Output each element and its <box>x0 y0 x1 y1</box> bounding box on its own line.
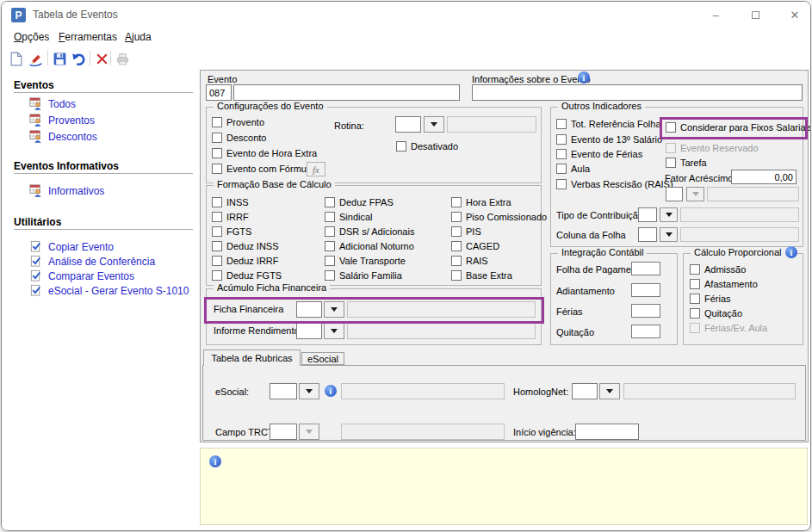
save-button[interactable] <box>51 50 68 67</box>
tab-esocial[interactable]: eSocial <box>301 352 344 365</box>
menu-ajuda[interactable]: Ajuda <box>125 31 152 43</box>
checkbox-admissao[interactable]: Admissão <box>690 264 746 275</box>
homolognet-combo-value[interactable] <box>572 383 598 399</box>
folha-pagamento-field[interactable] <box>631 262 660 275</box>
minimize-button[interactable]: – <box>701 5 730 24</box>
ferias-field[interactable] <box>631 304 660 318</box>
adiantamento-field[interactable] <box>631 283 660 297</box>
checkbox-evento-13-salario[interactable]: Evento de 13º Salário <box>556 134 662 145</box>
sidebar-item-proventos[interactable]: Proventos <box>29 114 95 127</box>
checkbox-salario-familia[interactable]: Salário Familia <box>325 270 402 281</box>
checkbox-verbas-rescisao-rais[interactable]: Verbas Rescisão (RAIS) <box>556 179 673 189</box>
maximize-button[interactable] <box>741 5 770 24</box>
minimize-icon: – <box>712 9 718 22</box>
delete-button[interactable] <box>93 50 110 67</box>
esocial-combo-value[interactable] <box>270 383 297 399</box>
checkbox-tarefa[interactable]: Tarefa <box>666 158 707 168</box>
checkbox-provento[interactable]: Provento <box>212 117 264 127</box>
checkbox-hora-extra[interactable]: Hora Extra <box>451 197 511 207</box>
print-button[interactable] <box>114 50 131 67</box>
checkbox-evento-ferias[interactable]: Evento de Férias <box>556 149 642 159</box>
checkbox-label: DSR s/ Adicionais <box>339 226 414 237</box>
tipo-contribuicao-combo-value[interactable] <box>638 207 657 222</box>
evento-name-field[interactable] <box>233 84 460 101</box>
quitacao-field[interactable] <box>631 325 660 338</box>
evento-code-field[interactable] <box>206 84 232 101</box>
checkbox-calc-ferias[interactable]: Férias <box>690 294 731 304</box>
checkbox-base-extra[interactable]: Base Extra <box>451 270 512 281</box>
checkbox-afastamento[interactable]: Afastamento <box>690 279 758 289</box>
informacoes-field[interactable] <box>472 84 803 101</box>
checkbox-dsr-adicionais[interactable]: DSR s/ Adicionais <box>325 226 414 237</box>
sidebar-item-todos[interactable]: Todos <box>29 97 76 110</box>
chevron-down-icon <box>331 329 338 333</box>
checkbox-tot-referencia-folha[interactable]: Tot. Referência Folha <box>556 119 661 129</box>
checkbox-box <box>396 141 406 152</box>
esocial-combo-button[interactable] <box>299 383 319 399</box>
checkbox-box <box>690 308 700 319</box>
sidebar-item-copiar-evento[interactable]: Copiar Evento <box>29 240 114 253</box>
info-icon[interactable]: i <box>325 385 337 397</box>
undo-button[interactable] <box>70 50 87 67</box>
menu-ferramentas[interactable]: Ferramentas <box>59 31 117 43</box>
checkbox-fgts[interactable]: FGTS <box>212 226 251 237</box>
checkbox-evento-com-formula[interactable]: Evento com Fórmula <box>212 164 313 174</box>
verbas-combo-value[interactable] <box>666 187 683 201</box>
checkbox-box <box>325 212 335 222</box>
rotina-combo-button[interactable] <box>424 116 444 133</box>
checkbox-evento-hora-extra[interactable]: Evento de Hora Extra <box>212 148 317 158</box>
checkbox-aula[interactable]: Aula <box>556 164 590 174</box>
informe-rendimentos-combo-value[interactable] <box>296 323 322 339</box>
checkbox-pis[interactable]: PIS <box>451 226 481 237</box>
tipo-contribuicao-combo-button[interactable] <box>660 207 678 222</box>
checkbox-deduz-fgts[interactable]: Deduz FGTS <box>212 270 282 281</box>
checkbox-desativado[interactable]: Desativado <box>396 141 458 152</box>
checkbox-deduz-irrf[interactable]: Deduz IRRF <box>212 256 279 266</box>
checkbox-deduz-fpas[interactable]: Deduz FPAS <box>325 197 394 207</box>
inicio-vigencia-field[interactable] <box>575 424 639 440</box>
checkbox-irrf[interactable]: IRRF <box>212 212 249 222</box>
sidebar-item-descontos[interactable]: Descontos <box>29 130 97 143</box>
checkbox-calc-quitacao[interactable]: Quitação <box>690 308 742 319</box>
ficha-financeira-combo-value[interactable] <box>296 301 322 318</box>
coluna-folha-combo-button[interactable] <box>660 227 678 242</box>
checkbox-box <box>212 256 222 266</box>
info-icon[interactable]: i <box>785 246 797 258</box>
checkbox-sindical[interactable]: Sindical <box>325 212 373 222</box>
app-logo-p-icon: P <box>11 8 26 22</box>
checkbox-deduz-inss[interactable]: Deduz INSS <box>212 241 279 251</box>
checkbox-label: Salário Familia <box>339 270 402 281</box>
sidebar-item-comparar-eventos[interactable]: Comparar Eventos <box>29 269 134 282</box>
chevron-down-icon <box>306 389 313 393</box>
coluna-folha-combo-value[interactable] <box>638 227 657 242</box>
checkbox-adicional-noturno[interactable]: Adicional Noturno <box>325 241 414 251</box>
info-icon[interactable]: i <box>578 71 590 84</box>
checkbox-inss[interactable]: INSS <box>212 197 249 207</box>
close-button[interactable]: ✕ <box>780 5 809 24</box>
campo-trct-combo-value[interactable] <box>270 424 297 440</box>
checkbox-box <box>666 143 676 153</box>
checkbox-vale-transporte[interactable]: Vale Transporte <box>325 256 406 266</box>
tab-tabela-de-rubricas[interactable]: Tabela de Rubricas <box>203 350 301 366</box>
checkbox-desconto[interactable]: Desconto <box>212 133 266 143</box>
checkbox-label: CAGED <box>466 241 499 251</box>
checkbox-label: Piso Comissionado <box>466 212 547 222</box>
fator-acrescimo-field[interactable] <box>731 170 797 184</box>
checkbox-label: Verbas Rescisão (RAIS) <box>571 179 673 189</box>
rotina-combo-value[interactable] <box>395 116 421 133</box>
sidebar-item-esocial-gerar-s1010[interactable]: eSocial - Gerar Evento S-1010 <box>29 284 189 297</box>
formula-fx-button[interactable]: fx <box>307 162 325 176</box>
checkbox-caged[interactable]: CAGED <box>451 241 499 251</box>
menu-opcoes[interactable]: Opções <box>14 31 49 43</box>
homolognet-combo-button[interactable] <box>599 383 620 399</box>
edit-button[interactable] <box>27 50 44 67</box>
checkbox-rais[interactable]: RAIS <box>451 256 488 266</box>
sidebar-item-analise-conferencia[interactable]: Análise de Conferência <box>29 255 155 268</box>
checkbox-piso-comissionado[interactable]: Piso Comissionado <box>451 212 547 222</box>
ficha-financeira-combo-button[interactable] <box>324 301 344 318</box>
informe-rendimentos-combo-button[interactable] <box>324 323 344 339</box>
checkbox-considerar-fixos-salariais[interactable]: Considerar para Fixos Salariais <box>666 122 811 133</box>
sidebar-item-informativos[interactable]: Informativos <box>29 184 104 197</box>
coluna-folha-description-field <box>680 227 799 242</box>
new-button[interactable] <box>7 50 24 67</box>
